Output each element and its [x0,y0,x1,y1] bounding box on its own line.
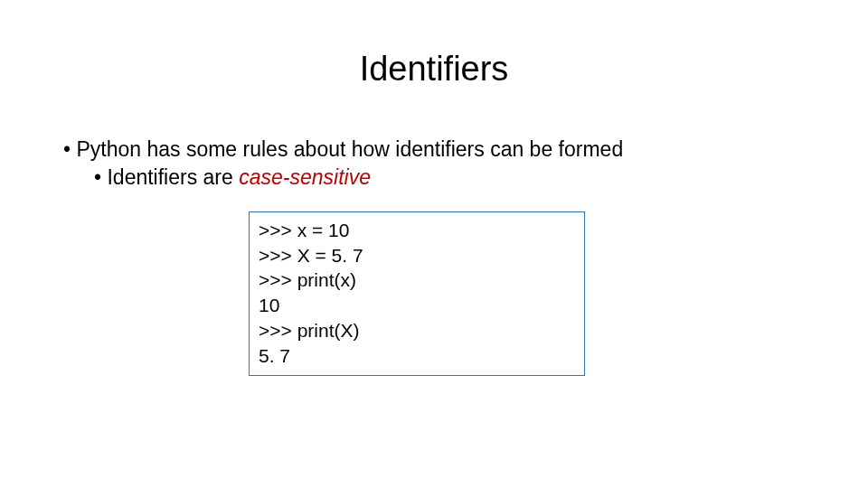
bullet-lvl1-0: Python has some rules about how identifi… [63,136,814,192]
code-line-4: 10 [259,295,279,315]
slide-title: Identifiers [0,50,868,89]
code-line-2: >>> X = 5. 7 [259,245,363,266]
code-example-box: >>> x = 10 >>> X = 5. 7 >>> print(x) 10 … [249,211,585,376]
code-line-6: 5. 7 [259,345,290,366]
code-line-5: >>> print(X) [259,320,359,341]
bullet-lvl1-0-text: Python has some rules about how identifi… [76,137,623,161]
bullet-lvl2-0-emph: case-sensitive [239,165,371,189]
bullet-lvl2-0: Identifiers are case-sensitive [94,164,814,192]
code-line-3: >>> print(x) [259,269,356,290]
code-line-1: >>> x = 10 [259,220,349,240]
slide-body: Python has some rules about how identifi… [63,136,814,192]
bullet-lvl2-0-prefix: Identifiers are [107,165,239,189]
